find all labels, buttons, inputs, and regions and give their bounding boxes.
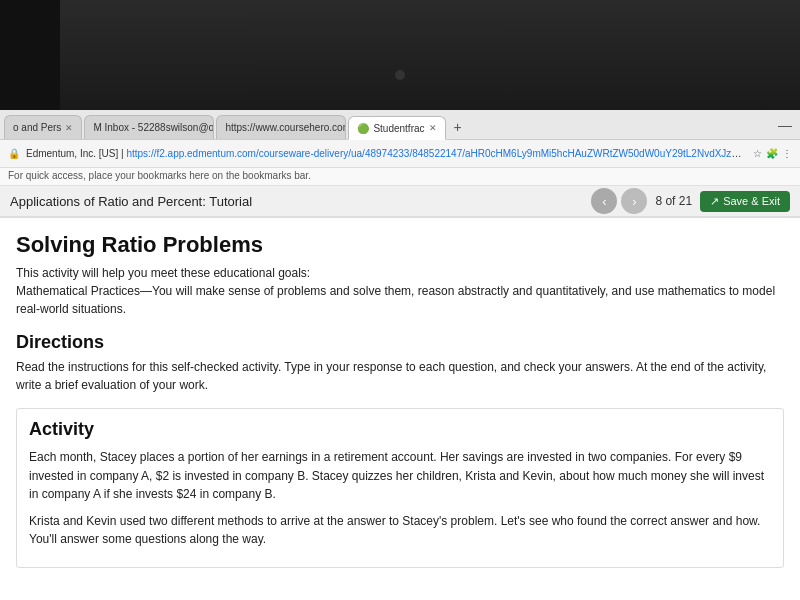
tab-label: o and Pers <box>13 122 61 133</box>
intro-line2: Mathematical Practices—You will make sen… <box>16 284 775 316</box>
tab-bar: o and Pers ✕ M Inbox - 52288swilson@ofch… <box>0 110 800 140</box>
tab-studentfrac[interactable]: 🟢 Studentfrac ✕ <box>348 116 445 140</box>
address-bar: 🔒 Edmentum, Inc. [US] | https://f2.app.e… <box>0 140 800 168</box>
tab-inbox[interactable]: M Inbox - 52288swilson@ofchart ✕ <box>84 115 214 139</box>
next-button[interactable]: › <box>621 188 647 214</box>
tab-label: M Inbox - 52288swilson@ofchart <box>93 122 214 133</box>
prev-button[interactable]: ‹ <box>591 188 617 214</box>
directions-text: Read the instructions for this self-chec… <box>16 358 784 394</box>
page-title: Applications of Ratio and Percent: Tutor… <box>10 194 591 209</box>
device-corner-left <box>0 0 60 110</box>
page-count: 8 of 21 <box>655 194 692 208</box>
activity-para1: Each month, Stacey places a portion of h… <box>29 448 771 504</box>
intro-text: This activity will help you meet these e… <box>16 264 784 318</box>
url-path: https://f2.app.edmentum.com/courseware-d… <box>126 148 747 159</box>
tab-favicon: 🟢 <box>357 123 369 134</box>
nav-controls: ‹ › 8 of 21 ↗ Save & Exit <box>591 188 790 214</box>
save-exit-button[interactable]: ↗ Save & Exit <box>700 191 790 212</box>
star-icon[interactable]: ☆ <box>753 148 762 159</box>
device-corner-right <box>720 0 800 110</box>
tab-close-icon[interactable]: ✕ <box>65 123 73 133</box>
tab-label: https://www.coursehero.com/g <box>225 122 346 133</box>
address-url[interactable]: Edmentum, Inc. [US] | https://f2.app.edm… <box>26 148 747 159</box>
activity-heading: Activity <box>29 419 771 440</box>
activity-para2: Krista and Kevin used two different meth… <box>29 512 771 549</box>
tab-o-and-pers[interactable]: o and Pers ✕ <box>4 115 82 139</box>
tab-close-icon[interactable]: ✕ <box>429 123 437 133</box>
device-bezel <box>0 0 800 110</box>
main-content: Solving Ratio Problems This activity wil… <box>0 218 800 600</box>
browser-window: o and Pers ✕ M Inbox - 52288swilson@ofch… <box>0 110 800 600</box>
extensions-icon[interactable]: 🧩 <box>766 148 778 159</box>
activity-box: Activity Each month, Stacey places a por… <box>16 408 784 568</box>
address-actions: ☆ 🧩 ⋮ <box>753 148 792 159</box>
main-heading: Solving Ratio Problems <box>16 232 784 258</box>
new-tab-button[interactable]: + <box>448 115 468 139</box>
secure-icon: 🔒 <box>8 148 20 159</box>
bookmarks-text: For quick access, place your bookmarks h… <box>8 170 311 181</box>
page-toolbar: Applications of Ratio and Percent: Tutor… <box>0 186 800 218</box>
domain-label: Edmentum, Inc. [US] <box>26 148 118 159</box>
intro-line1: This activity will help you meet these e… <box>16 266 310 280</box>
tab-label: Studentfrac <box>373 123 424 134</box>
save-exit-label: Save & Exit <box>723 195 780 207</box>
camera <box>395 70 405 80</box>
menu-icon[interactable]: ⋮ <box>782 148 792 159</box>
bookmarks-bar: For quick access, place your bookmarks h… <box>0 168 800 186</box>
tab-coursehero[interactable]: https://www.coursehero.com/g ✕ <box>216 115 346 139</box>
minimize-button[interactable]: — <box>778 117 800 133</box>
directions-heading: Directions <box>16 332 784 353</box>
save-exit-icon: ↗ <box>710 195 719 208</box>
